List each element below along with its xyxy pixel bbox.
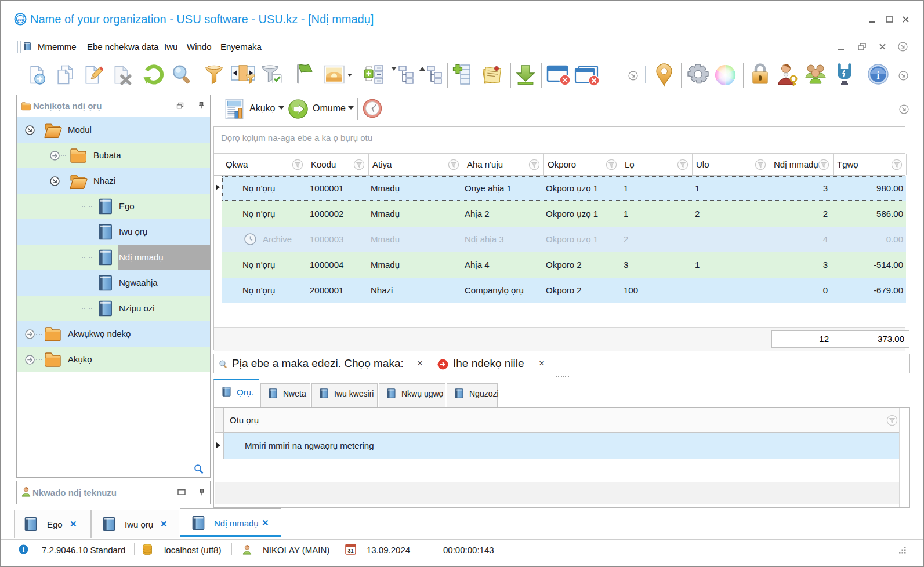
svg-text:i: i — [876, 70, 879, 81]
svg-text:31: 31 — [347, 548, 353, 554]
svg-text:usu: usu — [16, 17, 24, 22]
